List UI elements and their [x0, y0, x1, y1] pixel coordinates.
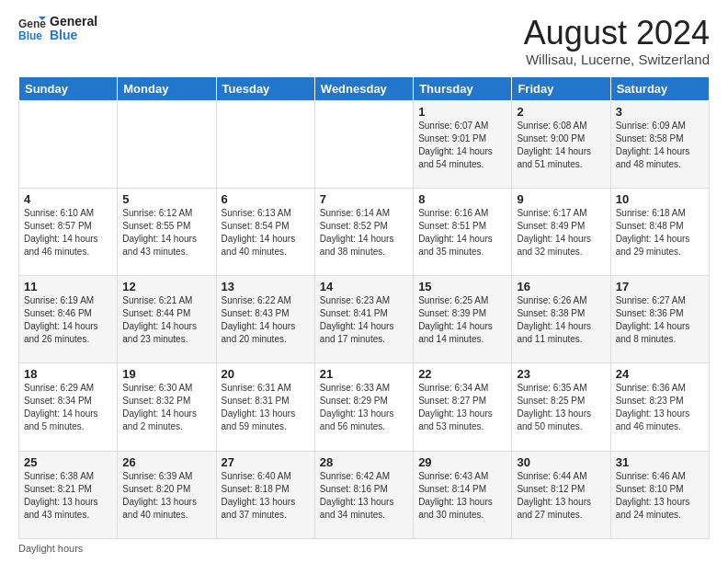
day-info: Sunrise: 6:29 AM Sunset: 8:34 PM Dayligh… — [24, 382, 112, 433]
day-info: Sunrise: 6:25 AM Sunset: 8:39 PM Dayligh… — [418, 294, 506, 346]
day-info: Sunrise: 6:42 AM Sunset: 8:16 PM Dayligh… — [320, 470, 408, 522]
calendar-day-cell: 10Sunrise: 6:18 AM Sunset: 8:48 PM Dayli… — [610, 188, 709, 275]
header: General Blue General Blue August 2024 Wi… — [18, 15, 710, 67]
calendar-day-cell: 28Sunrise: 6:42 AM Sunset: 8:16 PM Dayli… — [314, 451, 413, 538]
calendar-day-cell: 3Sunrise: 6:09 AM Sunset: 8:58 PM Daylig… — [610, 100, 709, 188]
calendar-day-cell: 18Sunrise: 6:29 AM Sunset: 8:34 PM Dayli… — [19, 363, 118, 451]
day-number: 17 — [616, 280, 704, 293]
calendar-week-row: 18Sunrise: 6:29 AM Sunset: 8:34 PM Dayli… — [19, 363, 710, 451]
title-section: August 2024 Willisau, Lucerne, Switzerla… — [524, 15, 710, 67]
calendar-header-row: SundayMondayTuesdayWednesdayThursdayFrid… — [19, 76, 710, 100]
day-info: Sunrise: 6:35 AM Sunset: 8:25 PM Dayligh… — [517, 382, 605, 433]
day-number: 3 — [616, 105, 704, 119]
calendar-week-row: 1Sunrise: 6:07 AM Sunset: 9:01 PM Daylig… — [19, 100, 710, 188]
day-number: 23 — [517, 367, 605, 381]
calendar-week-row: 4Sunrise: 6:10 AM Sunset: 8:57 PM Daylig… — [19, 188, 710, 275]
day-info: Sunrise: 6:31 AM Sunset: 8:31 PM Dayligh… — [222, 382, 310, 433]
day-number: 7 — [320, 192, 408, 206]
day-number: 9 — [517, 192, 605, 206]
location: Willisau, Lucerne, Switzerland — [524, 52, 710, 67]
weekday-header: Wednesday — [314, 76, 413, 100]
day-info: Sunrise: 6:46 AM Sunset: 8:10 PM Dayligh… — [616, 470, 704, 522]
calendar-day-cell: 22Sunrise: 6:34 AM Sunset: 8:27 PM Dayli… — [414, 363, 512, 451]
calendar-day-cell: 14Sunrise: 6:23 AM Sunset: 8:41 PM Dayli… — [314, 276, 413, 363]
weekday-header: Monday — [118, 76, 216, 100]
day-number: 21 — [320, 367, 408, 381]
weekday-header: Tuesday — [216, 76, 314, 100]
calendar-day-cell: 15Sunrise: 6:25 AM Sunset: 8:39 PM Dayli… — [414, 276, 512, 363]
day-number: 5 — [122, 192, 210, 206]
day-number: 19 — [122, 367, 210, 381]
day-number: 29 — [418, 455, 506, 469]
weekday-header: Friday — [512, 76, 610, 100]
calendar-day-cell: 24Sunrise: 6:36 AM Sunset: 8:23 PM Dayli… — [610, 363, 709, 451]
day-info: Sunrise: 6:23 AM Sunset: 8:41 PM Dayligh… — [320, 294, 408, 346]
day-number: 31 — [616, 455, 704, 469]
calendar-day-cell: 8Sunrise: 6:16 AM Sunset: 8:51 PM Daylig… — [414, 188, 512, 275]
calendar-day-cell: 16Sunrise: 6:26 AM Sunset: 8:38 PM Dayli… — [512, 276, 610, 363]
svg-text:Blue: Blue — [18, 29, 42, 42]
page: General Blue General Blue August 2024 Wi… — [0, 0, 728, 563]
logo: General Blue General Blue — [18, 15, 97, 43]
calendar-day-cell: 30Sunrise: 6:44 AM Sunset: 8:12 PM Dayli… — [512, 451, 610, 538]
calendar-day-cell: 20Sunrise: 6:31 AM Sunset: 8:31 PM Dayli… — [216, 363, 314, 451]
logo-icon: General Blue — [18, 15, 46, 42]
calendar-week-row: 25Sunrise: 6:38 AM Sunset: 8:21 PM Dayli… — [19, 451, 710, 538]
day-number: 1 — [418, 105, 506, 119]
day-info: Sunrise: 6:21 AM Sunset: 8:44 PM Dayligh… — [122, 294, 210, 346]
calendar-day-cell: 4Sunrise: 6:10 AM Sunset: 8:57 PM Daylig… — [19, 188, 118, 275]
calendar-day-cell: 27Sunrise: 6:40 AM Sunset: 8:18 PM Dayli… — [216, 451, 314, 538]
day-number: 24 — [616, 367, 704, 381]
calendar-day-cell: 6Sunrise: 6:13 AM Sunset: 8:54 PM Daylig… — [216, 188, 314, 275]
day-info: Sunrise: 6:38 AM Sunset: 8:21 PM Dayligh… — [24, 470, 112, 522]
day-number: 6 — [222, 192, 310, 206]
day-number: 18 — [24, 367, 112, 381]
day-number: 4 — [24, 192, 112, 206]
day-info: Sunrise: 6:26 AM Sunset: 8:38 PM Dayligh… — [517, 294, 605, 346]
calendar-day-cell: 26Sunrise: 6:39 AM Sunset: 8:20 PM Dayli… — [118, 451, 216, 538]
day-number: 10 — [616, 192, 704, 206]
footer: Daylight hours — [18, 543, 710, 554]
calendar-day-cell: 11Sunrise: 6:19 AM Sunset: 8:46 PM Dayli… — [19, 276, 118, 363]
day-info: Sunrise: 6:12 AM Sunset: 8:55 PM Dayligh… — [122, 207, 210, 259]
calendar-day-cell — [314, 100, 413, 188]
day-info: Sunrise: 6:13 AM Sunset: 8:54 PM Dayligh… — [222, 207, 310, 259]
calendar-day-cell: 1Sunrise: 6:07 AM Sunset: 9:01 PM Daylig… — [414, 100, 512, 188]
calendar-day-cell: 23Sunrise: 6:35 AM Sunset: 8:25 PM Dayli… — [512, 363, 610, 451]
day-info: Sunrise: 6:16 AM Sunset: 8:51 PM Dayligh… — [418, 207, 506, 259]
day-info: Sunrise: 6:17 AM Sunset: 8:49 PM Dayligh… — [517, 207, 605, 259]
weekday-header: Thursday — [414, 76, 512, 100]
day-info: Sunrise: 6:22 AM Sunset: 8:43 PM Dayligh… — [222, 294, 310, 346]
day-number: 14 — [320, 280, 408, 293]
day-number: 28 — [320, 455, 408, 469]
day-number: 2 — [517, 105, 605, 119]
day-number: 15 — [418, 280, 506, 293]
day-info: Sunrise: 6:07 AM Sunset: 9:01 PM Dayligh… — [418, 120, 506, 171]
calendar-day-cell: 12Sunrise: 6:21 AM Sunset: 8:44 PM Dayli… — [118, 276, 216, 363]
calendar-day-cell: 13Sunrise: 6:22 AM Sunset: 8:43 PM Dayli… — [216, 276, 314, 363]
day-info: Sunrise: 6:34 AM Sunset: 8:27 PM Dayligh… — [418, 382, 506, 433]
calendar-day-cell: 2Sunrise: 6:08 AM Sunset: 9:00 PM Daylig… — [512, 100, 610, 188]
day-info: Sunrise: 6:44 AM Sunset: 8:12 PM Dayligh… — [517, 470, 605, 522]
calendar-day-cell: 19Sunrise: 6:30 AM Sunset: 8:32 PM Dayli… — [118, 363, 216, 451]
calendar-day-cell: 7Sunrise: 6:14 AM Sunset: 8:52 PM Daylig… — [314, 188, 413, 275]
calendar-day-cell: 29Sunrise: 6:43 AM Sunset: 8:14 PM Dayli… — [414, 451, 512, 538]
day-info: Sunrise: 6:39 AM Sunset: 8:20 PM Dayligh… — [122, 470, 210, 522]
calendar-table: SundayMondayTuesdayWednesdayThursdayFrid… — [18, 76, 710, 539]
day-info: Sunrise: 6:18 AM Sunset: 8:48 PM Dayligh… — [616, 207, 704, 259]
day-info: Sunrise: 6:36 AM Sunset: 8:23 PM Dayligh… — [616, 382, 704, 433]
weekday-header: Saturday — [610, 76, 709, 100]
day-info: Sunrise: 6:19 AM Sunset: 8:46 PM Dayligh… — [24, 294, 112, 346]
day-info: Sunrise: 6:14 AM Sunset: 8:52 PM Dayligh… — [320, 207, 408, 259]
day-number: 30 — [517, 455, 605, 469]
logo-line1: General — [50, 15, 97, 29]
day-number: 26 — [122, 455, 210, 469]
month-title: August 2024 — [524, 15, 710, 52]
day-number: 8 — [418, 192, 506, 206]
day-number: 22 — [418, 367, 506, 381]
calendar-day-cell: 5Sunrise: 6:12 AM Sunset: 8:55 PM Daylig… — [118, 188, 216, 275]
calendar-day-cell: 25Sunrise: 6:38 AM Sunset: 8:21 PM Dayli… — [19, 451, 118, 538]
calendar-week-row: 11Sunrise: 6:19 AM Sunset: 8:46 PM Dayli… — [19, 276, 710, 363]
day-info: Sunrise: 6:09 AM Sunset: 8:58 PM Dayligh… — [616, 120, 704, 171]
day-number: 25 — [24, 455, 112, 469]
